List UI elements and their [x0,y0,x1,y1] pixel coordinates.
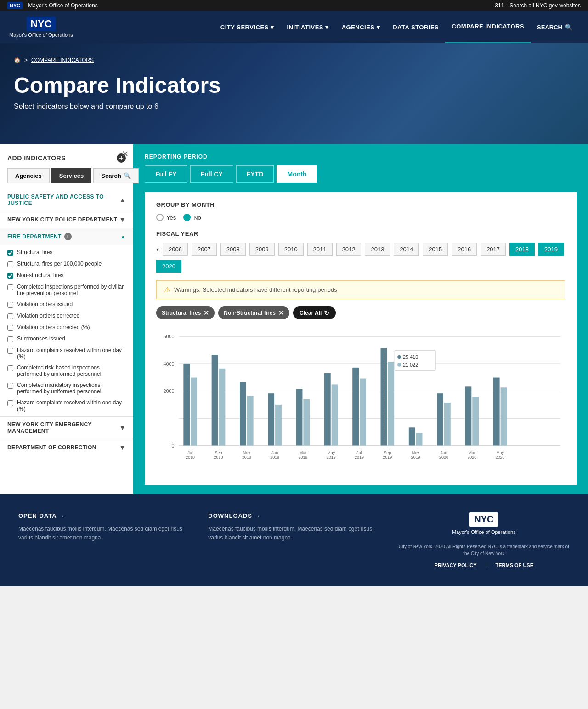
bar-nov2018-non-structural [247,396,254,446]
section-public-safety[interactable]: PUBLIC SAFETY AND ACCESS TO JUSTICE ▲ [0,189,133,211]
fy-2018[interactable]: 2018 [509,243,535,256]
bar-mar2020-structural [465,386,471,446]
fire-dept-info-icon[interactable]: i [64,233,72,240]
search-icon: 🔍 [565,24,572,31]
fy-2017[interactable]: 2017 [481,243,506,256]
svg-text:Sep: Sep [384,450,391,455]
clear-all-button[interactable]: Clear All ↻ [293,306,336,319]
checkbox-violation-orders-issued-input[interactable] [7,302,13,308]
dept-correction[interactable]: DEPARTMENT OF CORRECTION ▼ [0,439,133,456]
period-full-fy[interactable]: Full FY [145,165,187,183]
checkbox-hazard-complaints-2[interactable]: Hazard complaints resolved within one da… [7,397,126,414]
period-fytd[interactable]: FYTD [236,165,274,183]
checkbox-non-structural-fires-label: Non-structural fires [17,272,63,278]
radio-group-no[interactable]: No [183,214,201,221]
nav-logo: NYC Mayor's Office of Operations [9,17,73,38]
checkbox-structural-fires-input[interactable] [7,250,13,256]
fy-2020[interactable]: 2020 [156,260,181,273]
checkbox-risk-based-inspections[interactable]: Completed risk-based inspections perform… [7,362,126,380]
dept-emergency-mgmt[interactable]: NEW YORK CITY EMERGENCY MANAGEMENT ▼ [0,416,133,439]
checkbox-risk-based-inspections-input[interactable] [7,365,13,371]
checkbox-non-structural-fires[interactable]: Non-structural fires [7,270,126,281]
fy-2019[interactable]: 2019 [538,243,564,256]
checkbox-structural-fires-per-100k[interactable]: Structural fires per 100,000 people [7,258,126,270]
fy-2015[interactable]: 2015 [423,243,448,256]
tooltip-dot-non-structural [397,363,401,367]
filter-tag-structural[interactable]: Structural fires ✕ [156,306,215,319]
nav-data-stories[interactable]: DATA STORIES [386,11,445,43]
dept-correction-chevron: ▼ [119,444,126,451]
checkbox-mandatory-inspections[interactable]: Completed mandatory inspections performe… [7,380,126,397]
fire-dept-checkboxes: Structural fires Structural fires per 10… [0,245,133,416]
fy-2009[interactable]: 2009 [249,243,275,256]
filter-tag-structural-remove[interactable]: ✕ [204,309,209,317]
checkbox-hazard-complaints-2-label: Hazard complaints resolved within one da… [17,399,126,412]
bar-jul2018-non-structural [191,378,197,446]
footer-privacy-policy[interactable]: PRIVACY POLICY [435,562,477,568]
svg-text:Jan: Jan [441,450,447,455]
nav-compare-indicators[interactable]: COMPARE INDICATORS [445,11,531,43]
checkbox-mandatory-inspections-input[interactable] [7,383,13,389]
checkbox-violation-orders-corrected-input[interactable] [7,313,13,319]
dept-emergency-mgmt-chevron: ▼ [119,424,126,431]
tab-agencies[interactable]: Agencies [7,168,50,183]
fy-prev-button[interactable]: ‹ [156,244,159,254]
checkbox-violation-orders-issued[interactable]: Violation orders issued [7,299,126,310]
tab-search-label: Search [101,172,121,179]
svg-text:Mar: Mar [469,450,475,455]
bar-mar2020-non-structural [472,397,479,446]
tab-services[interactable]: Services [51,168,92,183]
nav-agencies[interactable]: AGENCIES ▾ [335,11,387,43]
checkbox-completed-inspections[interactable]: Completed inspections performed by civil… [7,281,126,299]
checkbox-summonses-issued-input[interactable] [7,336,13,342]
tab-search-icon: 🔍 [124,172,131,179]
checkbox-hazard-complaints[interactable]: Hazard complaints resolved within one da… [7,345,126,362]
nav-city-services[interactable]: CITY SERVICES ▾ [214,11,281,43]
checkbox-hazard-complaints-2-input[interactable] [7,400,13,406]
checkbox-structural-fires[interactable]: Structural fires [7,247,126,258]
dept-nypd[interactable]: NEW YORK CITY POLICE DEPARTMENT ▼ [0,211,133,228]
fy-2006[interactable]: 2006 [163,243,188,256]
footer-downloads-title[interactable]: DOWNLOADS → [208,512,379,519]
checkbox-violation-orders-corrected[interactable]: Violation orders corrected [7,310,126,322]
search-all-text[interactable]: Search all NYC.gov websites [509,2,581,9]
fy-2014[interactable]: 2014 [394,243,419,256]
svg-text:2019: 2019 [355,455,364,459]
checkbox-violation-orders-corrected-pct[interactable]: Violation orders corrected (%) [7,322,126,333]
dept-fire[interactable]: FIRE DEPARTMENT i ▲ [0,228,133,245]
breadcrumb-home-icon[interactable]: 🏠 [14,57,21,63]
nav-search[interactable]: SEARCH 🔍 [531,24,579,31]
checkbox-completed-inspections-input[interactable] [7,284,13,290]
bar-nov2019-structural [409,427,415,446]
close-panel-button[interactable]: ✕ [122,149,129,159]
bar-jul2019-non-structural [360,379,366,446]
fy-2012[interactable]: 2012 [336,243,362,256]
bar-mar2019-non-structural [303,399,310,446]
svg-text:6000: 6000 [163,334,174,340]
radio-group-yes[interactable]: Yes [156,214,176,221]
checkbox-non-structural-fires-input[interactable] [7,273,13,279]
svg-text:0: 0 [172,443,175,448]
filter-tag-non-structural[interactable]: Non-Structural fires ✕ [218,306,289,319]
breadcrumb-page-link[interactable]: COMPARE INDICATORS [31,57,94,63]
search-label: SEARCH [537,24,562,31]
fy-2010[interactable]: 2010 [278,243,304,256]
checkbox-hazard-complaints-input[interactable] [7,348,13,354]
nav-initiatives[interactable]: INITIATIVES ▾ [280,11,335,43]
filter-tag-non-structural-remove[interactable]: ✕ [278,309,284,317]
fy-2016[interactable]: 2016 [452,243,477,256]
checkbox-violation-orders-corrected-pct-input[interactable] [7,325,13,331]
period-full-cy[interactable]: Full CY [190,165,233,183]
checkbox-structural-fires-per-100k-input[interactable] [7,261,13,267]
fy-2011[interactable]: 2011 [307,243,333,256]
footer-open-data-title[interactable]: OPEN DATA → [18,512,190,519]
dept-nypd-chevron: ▼ [119,216,126,223]
fy-2007[interactable]: 2007 [192,243,217,256]
checkbox-summonses-issued[interactable]: Summonses issued [7,333,126,345]
footer-terms-of-use[interactable]: TERMS OF USE [496,562,534,568]
clear-all-label: Clear All [300,310,322,316]
fy-2008[interactable]: 2008 [220,243,246,256]
period-month[interactable]: Month [277,165,317,183]
fy-2013[interactable]: 2013 [365,243,390,256]
tab-search[interactable]: Search 🔍 [93,168,138,183]
